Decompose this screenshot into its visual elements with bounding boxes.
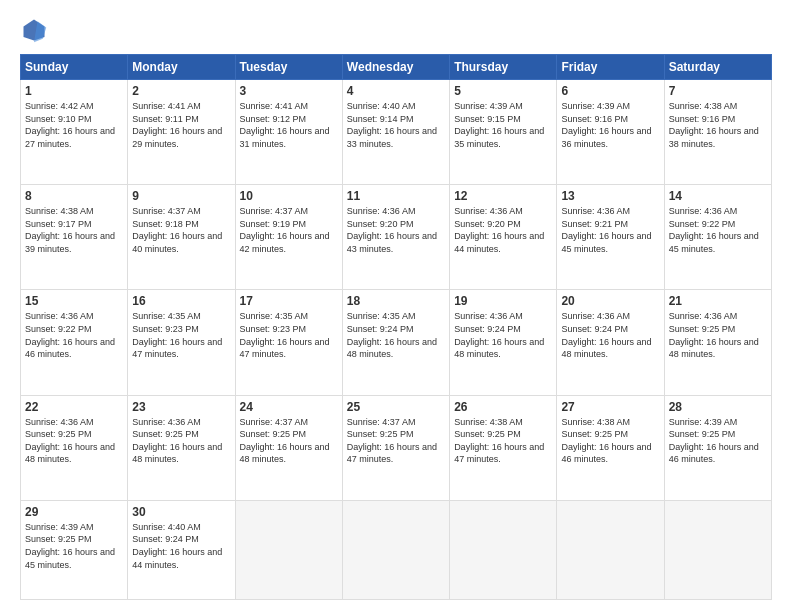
col-header-wednesday: Wednesday xyxy=(342,55,449,80)
day-info: Sunrise: 4:38 AMSunset: 9:25 PMDaylight:… xyxy=(561,416,659,466)
calendar-cell: 19Sunrise: 4:36 AMSunset: 9:24 PMDayligh… xyxy=(450,290,557,395)
calendar-cell: 25Sunrise: 4:37 AMSunset: 9:25 PMDayligh… xyxy=(342,395,449,500)
day-info: Sunrise: 4:36 AMSunset: 9:25 PMDaylight:… xyxy=(132,416,230,466)
day-info: Sunrise: 4:36 AMSunset: 9:24 PMDaylight:… xyxy=(454,310,552,360)
day-info: Sunrise: 4:38 AMSunset: 9:17 PMDaylight:… xyxy=(25,205,123,255)
day-number: 19 xyxy=(454,294,552,308)
day-info: Sunrise: 4:37 AMSunset: 9:25 PMDaylight:… xyxy=(240,416,338,466)
day-number: 15 xyxy=(25,294,123,308)
day-number: 28 xyxy=(669,400,767,414)
day-info: Sunrise: 4:40 AMSunset: 9:24 PMDaylight:… xyxy=(132,521,230,571)
day-info: Sunrise: 4:37 AMSunset: 9:18 PMDaylight:… xyxy=(132,205,230,255)
calendar-cell: 13Sunrise: 4:36 AMSunset: 9:21 PMDayligh… xyxy=(557,185,664,290)
calendar-cell: 18Sunrise: 4:35 AMSunset: 9:24 PMDayligh… xyxy=(342,290,449,395)
day-number: 22 xyxy=(25,400,123,414)
day-info: Sunrise: 4:36 AMSunset: 9:25 PMDaylight:… xyxy=(25,416,123,466)
day-number: 14 xyxy=(669,189,767,203)
calendar-cell: 21Sunrise: 4:36 AMSunset: 9:25 PMDayligh… xyxy=(664,290,771,395)
calendar-cell: 3Sunrise: 4:41 AMSunset: 9:12 PMDaylight… xyxy=(235,80,342,185)
day-number: 27 xyxy=(561,400,659,414)
day-number: 11 xyxy=(347,189,445,203)
calendar-cell: 6Sunrise: 4:39 AMSunset: 9:16 PMDaylight… xyxy=(557,80,664,185)
calendar-cell xyxy=(557,500,664,599)
calendar-cell: 9Sunrise: 4:37 AMSunset: 9:18 PMDaylight… xyxy=(128,185,235,290)
day-number: 1 xyxy=(25,84,123,98)
day-info: Sunrise: 4:39 AMSunset: 9:25 PMDaylight:… xyxy=(669,416,767,466)
day-number: 25 xyxy=(347,400,445,414)
day-info: Sunrise: 4:35 AMSunset: 9:23 PMDaylight:… xyxy=(132,310,230,360)
day-info: Sunrise: 4:39 AMSunset: 9:16 PMDaylight:… xyxy=(561,100,659,150)
calendar-week-1: 1Sunrise: 4:42 AMSunset: 9:10 PMDaylight… xyxy=(21,80,772,185)
col-header-friday: Friday xyxy=(557,55,664,80)
calendar-cell: 4Sunrise: 4:40 AMSunset: 9:14 PMDaylight… xyxy=(342,80,449,185)
day-info: Sunrise: 4:36 AMSunset: 9:21 PMDaylight:… xyxy=(561,205,659,255)
day-info: Sunrise: 4:38 AMSunset: 9:16 PMDaylight:… xyxy=(669,100,767,150)
day-info: Sunrise: 4:36 AMSunset: 9:20 PMDaylight:… xyxy=(454,205,552,255)
calendar-cell: 30Sunrise: 4:40 AMSunset: 9:24 PMDayligh… xyxy=(128,500,235,599)
day-number: 17 xyxy=(240,294,338,308)
col-header-monday: Monday xyxy=(128,55,235,80)
calendar-cell: 10Sunrise: 4:37 AMSunset: 9:19 PMDayligh… xyxy=(235,185,342,290)
day-number: 10 xyxy=(240,189,338,203)
calendar-cell: 27Sunrise: 4:38 AMSunset: 9:25 PMDayligh… xyxy=(557,395,664,500)
day-info: Sunrise: 4:36 AMSunset: 9:22 PMDaylight:… xyxy=(25,310,123,360)
day-info: Sunrise: 4:39 AMSunset: 9:25 PMDaylight:… xyxy=(25,521,123,571)
calendar-cell: 29Sunrise: 4:39 AMSunset: 9:25 PMDayligh… xyxy=(21,500,128,599)
calendar-cell: 1Sunrise: 4:42 AMSunset: 9:10 PMDaylight… xyxy=(21,80,128,185)
calendar-cell: 2Sunrise: 4:41 AMSunset: 9:11 PMDaylight… xyxy=(128,80,235,185)
calendar-cell: 16Sunrise: 4:35 AMSunset: 9:23 PMDayligh… xyxy=(128,290,235,395)
col-header-saturday: Saturday xyxy=(664,55,771,80)
day-info: Sunrise: 4:39 AMSunset: 9:15 PMDaylight:… xyxy=(454,100,552,150)
day-info: Sunrise: 4:37 AMSunset: 9:19 PMDaylight:… xyxy=(240,205,338,255)
day-number: 9 xyxy=(132,189,230,203)
day-info: Sunrise: 4:40 AMSunset: 9:14 PMDaylight:… xyxy=(347,100,445,150)
calendar-cell xyxy=(664,500,771,599)
day-info: Sunrise: 4:41 AMSunset: 9:12 PMDaylight:… xyxy=(240,100,338,150)
day-info: Sunrise: 4:37 AMSunset: 9:25 PMDaylight:… xyxy=(347,416,445,466)
calendar-week-4: 22Sunrise: 4:36 AMSunset: 9:25 PMDayligh… xyxy=(21,395,772,500)
day-number: 20 xyxy=(561,294,659,308)
calendar-cell: 12Sunrise: 4:36 AMSunset: 9:20 PMDayligh… xyxy=(450,185,557,290)
day-number: 29 xyxy=(25,505,123,519)
day-number: 18 xyxy=(347,294,445,308)
calendar-cell: 15Sunrise: 4:36 AMSunset: 9:22 PMDayligh… xyxy=(21,290,128,395)
col-header-sunday: Sunday xyxy=(21,55,128,80)
calendar-cell: 14Sunrise: 4:36 AMSunset: 9:22 PMDayligh… xyxy=(664,185,771,290)
day-number: 4 xyxy=(347,84,445,98)
day-number: 23 xyxy=(132,400,230,414)
day-number: 5 xyxy=(454,84,552,98)
day-number: 24 xyxy=(240,400,338,414)
day-number: 13 xyxy=(561,189,659,203)
calendar-table: SundayMondayTuesdayWednesdayThursdayFrid… xyxy=(20,54,772,600)
day-number: 30 xyxy=(132,505,230,519)
calendar-cell: 24Sunrise: 4:37 AMSunset: 9:25 PMDayligh… xyxy=(235,395,342,500)
calendar-cell: 26Sunrise: 4:38 AMSunset: 9:25 PMDayligh… xyxy=(450,395,557,500)
calendar-week-2: 8Sunrise: 4:38 AMSunset: 9:17 PMDaylight… xyxy=(21,185,772,290)
page: SundayMondayTuesdayWednesdayThursdayFrid… xyxy=(0,0,792,612)
calendar-cell: 11Sunrise: 4:36 AMSunset: 9:20 PMDayligh… xyxy=(342,185,449,290)
calendar-week-3: 15Sunrise: 4:36 AMSunset: 9:22 PMDayligh… xyxy=(21,290,772,395)
logo-icon xyxy=(20,16,48,44)
calendar-cell xyxy=(235,500,342,599)
day-info: Sunrise: 4:38 AMSunset: 9:25 PMDaylight:… xyxy=(454,416,552,466)
header xyxy=(20,16,772,44)
day-number: 12 xyxy=(454,189,552,203)
day-info: Sunrise: 4:35 AMSunset: 9:23 PMDaylight:… xyxy=(240,310,338,360)
day-info: Sunrise: 4:41 AMSunset: 9:11 PMDaylight:… xyxy=(132,100,230,150)
calendar-cell: 20Sunrise: 4:36 AMSunset: 9:24 PMDayligh… xyxy=(557,290,664,395)
day-info: Sunrise: 4:35 AMSunset: 9:24 PMDaylight:… xyxy=(347,310,445,360)
calendar-cell: 5Sunrise: 4:39 AMSunset: 9:15 PMDaylight… xyxy=(450,80,557,185)
day-info: Sunrise: 4:36 AMSunset: 9:24 PMDaylight:… xyxy=(561,310,659,360)
calendar-cell xyxy=(342,500,449,599)
day-number: 21 xyxy=(669,294,767,308)
day-info: Sunrise: 4:36 AMSunset: 9:20 PMDaylight:… xyxy=(347,205,445,255)
calendar-header-row: SundayMondayTuesdayWednesdayThursdayFrid… xyxy=(21,55,772,80)
col-header-tuesday: Tuesday xyxy=(235,55,342,80)
col-header-thursday: Thursday xyxy=(450,55,557,80)
calendar-week-5: 29Sunrise: 4:39 AMSunset: 9:25 PMDayligh… xyxy=(21,500,772,599)
calendar-cell: 8Sunrise: 4:38 AMSunset: 9:17 PMDaylight… xyxy=(21,185,128,290)
day-number: 2 xyxy=(132,84,230,98)
calendar-cell: 22Sunrise: 4:36 AMSunset: 9:25 PMDayligh… xyxy=(21,395,128,500)
calendar-cell xyxy=(450,500,557,599)
day-number: 26 xyxy=(454,400,552,414)
